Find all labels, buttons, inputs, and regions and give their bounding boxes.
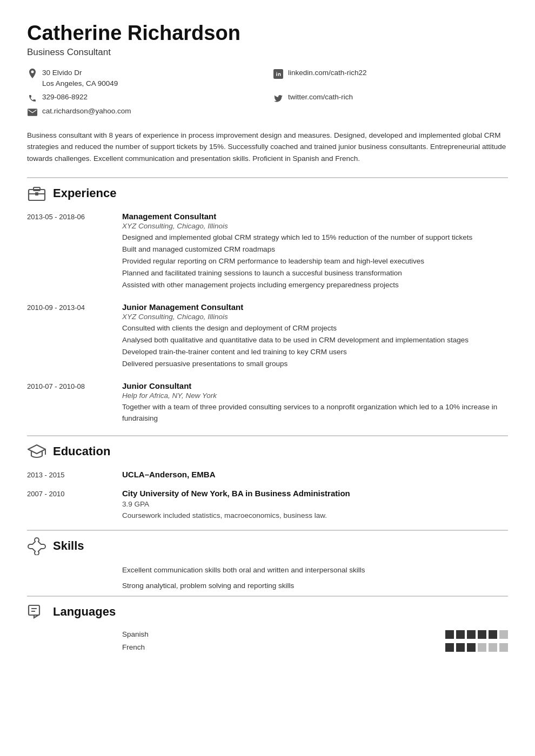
- exp-dates: 2010-07 - 2010-08: [27, 381, 113, 425]
- exp-bullet: Consulted with clients the design and de…: [122, 323, 508, 334]
- experience-entry: 2010-07 - 2010-08Junior ConsultantHelp f…: [27, 381, 508, 425]
- languages-list: SpanishFrench: [27, 630, 508, 652]
- resume-header: Catherine Richardson Business Consultant: [27, 22, 508, 58]
- exp-content: Management ConsultantXYZ Consulting, Chi…: [122, 212, 508, 292]
- exp-bullet: Analysed both qualitative and quantitati…: [122, 335, 508, 346]
- exp-bullets: Together with a team of three provided c…: [122, 402, 508, 424]
- filled-dot: [445, 630, 454, 639]
- skill-text: Excellent communication skills both oral…: [122, 564, 508, 577]
- languages-icon: [27, 602, 46, 622]
- twitter-url: twitter.com/cath-rich: [288, 92, 353, 103]
- exp-bullet: Delivered persuasive presentations to sm…: [122, 359, 508, 370]
- filled-dot: [456, 643, 465, 652]
- skill-spacer: [27, 564, 113, 577]
- contact-linkedin: linkedin.com/cath-rich22: [273, 68, 508, 90]
- exp-content: Junior Management ConsultantXYZ Consulti…: [122, 302, 508, 370]
- exp-company: XYZ Consulting, Chicago, Illinois: [122, 313, 508, 321]
- education-section-title: Education: [53, 444, 110, 458]
- empty-dot: [499, 630, 508, 639]
- experience-list: 2013-05 - 2018-06Management ConsultantXY…: [27, 212, 508, 424]
- svg-rect-4: [35, 192, 38, 195]
- lang-level-dots: [445, 643, 508, 652]
- exp-bullet: Developed train-the-trainer content and …: [122, 347, 508, 358]
- candidate-name: Catherine Richardson: [27, 22, 508, 45]
- experience-entry: 2010-09 - 2013-04Junior Management Consu…: [27, 302, 508, 370]
- exp-bullet: Provided regular reporting on CRM perfor…: [122, 256, 508, 267]
- filled-dot: [467, 643, 476, 652]
- exp-job-title: Management Consultant: [122, 212, 508, 221]
- location-icon: [27, 69, 38, 79]
- edu-coursework: Coursework included statistics, macroeco…: [122, 510, 508, 521]
- email-address: cat.richardson@yahoo.com: [42, 106, 131, 117]
- languages-section-title: Languages: [53, 605, 116, 619]
- exp-job-title: Junior Consultant: [122, 381, 508, 390]
- experience-section-header: Experience: [27, 177, 508, 203]
- education-icon: [27, 442, 46, 461]
- contact-twitter: twitter.com/cath-rich: [273, 92, 508, 104]
- education-entry: 2013 - 2015UCLA–Anderson, EMBA: [27, 470, 508, 480]
- edu-content: UCLA–Anderson, EMBA: [122, 470, 508, 480]
- skill-row: Excellent communication skills both oral…: [27, 564, 508, 577]
- candidate-title: Business Consultant: [27, 47, 508, 58]
- edu-gpa: 3.9 GPA: [122, 499, 508, 510]
- exp-bullets: Designed and implemented global CRM stra…: [122, 232, 508, 291]
- contact-phone: 329-086-8922: [27, 92, 262, 104]
- exp-content: Junior ConsultantHelp for Africa, NY, Ne…: [122, 381, 508, 425]
- exp-bullet: Together with a team of three provided c…: [122, 402, 508, 424]
- experience-section-title: Experience: [53, 186, 116, 200]
- exp-dates: 2013-05 - 2018-06: [27, 212, 113, 292]
- skills-section-header: Skills: [27, 530, 508, 556]
- filled-dot: [467, 630, 476, 639]
- exp-company: XYZ Consulting, Chicago, Illinois: [122, 222, 508, 230]
- skill-row: Strong analytical, problem solving and r…: [27, 580, 508, 592]
- edu-school: UCLA–Anderson, EMBA: [122, 470, 508, 479]
- exp-bullet: Designed and implemented global CRM stra…: [122, 232, 508, 244]
- skills-icon: [27, 536, 46, 556]
- summary-text: Business consultant with 8 years of expe…: [27, 130, 508, 165]
- contact-email: cat.richardson@yahoo.com: [27, 106, 262, 118]
- address-line1: 30 Elvido Dr: [42, 68, 118, 78]
- education-entry: 2007 - 2010City University of New York, …: [27, 489, 508, 521]
- contact-address: 30 Elvido Dr Los Angeles, CA 90049: [27, 68, 262, 90]
- languages-section-header: Languages: [27, 596, 508, 622]
- linkedin-url: linkedin.com/cath-rich22: [288, 68, 367, 78]
- linkedin-icon: [273, 69, 284, 79]
- lang-name: French: [122, 643, 437, 651]
- exp-bullet: Assisted with other management projects …: [122, 280, 508, 291]
- contact-section: 30 Elvido Dr Los Angeles, CA 90049 linke…: [27, 68, 508, 118]
- edu-dates: 2007 - 2010: [27, 489, 113, 521]
- education-section-header: Education: [27, 435, 508, 461]
- education-list: 2013 - 2015UCLA–Anderson, EMBA2007 - 201…: [27, 470, 508, 521]
- language-row: French: [27, 643, 508, 652]
- exp-dates: 2010-09 - 2013-04: [27, 302, 113, 370]
- skill-spacer: [27, 580, 113, 592]
- skill-text: Strong analytical, problem solving and r…: [122, 580, 508, 592]
- exp-bullet: Built and managed customized CRM roadmap…: [122, 244, 508, 255]
- exp-bullets: Consulted with clients the design and de…: [122, 323, 508, 370]
- language-row: Spanish: [27, 630, 508, 639]
- experience-icon: [27, 184, 46, 203]
- exp-bullet: Planned and facilitated training session…: [122, 268, 508, 279]
- phone-icon: [27, 93, 38, 104]
- edu-school: City University of New York, BA in Busin…: [122, 489, 508, 498]
- lang-level-dots: [445, 630, 508, 639]
- twitter-icon: [273, 93, 284, 104]
- empty-dot: [499, 643, 508, 652]
- filled-dot: [445, 643, 454, 652]
- lang-name: Spanish: [122, 630, 437, 638]
- empty-dot: [489, 643, 497, 652]
- exp-company: Help for Africa, NY, New York: [122, 392, 508, 400]
- filled-dot: [456, 630, 465, 639]
- empty-dot: [478, 643, 486, 652]
- svg-rect-6: [29, 605, 39, 615]
- phone-number: 329-086-8922: [42, 92, 88, 103]
- filled-dot: [489, 630, 497, 639]
- edu-content: City University of New York, BA in Busin…: [122, 489, 508, 521]
- skills-section-title: Skills: [53, 539, 84, 553]
- address-line2: Los Angeles, CA 90049: [42, 78, 118, 89]
- experience-entry: 2013-05 - 2018-06Management ConsultantXY…: [27, 212, 508, 292]
- filled-dot: [478, 630, 486, 639]
- skills-list: Excellent communication skills both oral…: [27, 564, 508, 592]
- exp-job-title: Junior Management Consultant: [122, 302, 508, 312]
- edu-dates: 2013 - 2015: [27, 470, 113, 480]
